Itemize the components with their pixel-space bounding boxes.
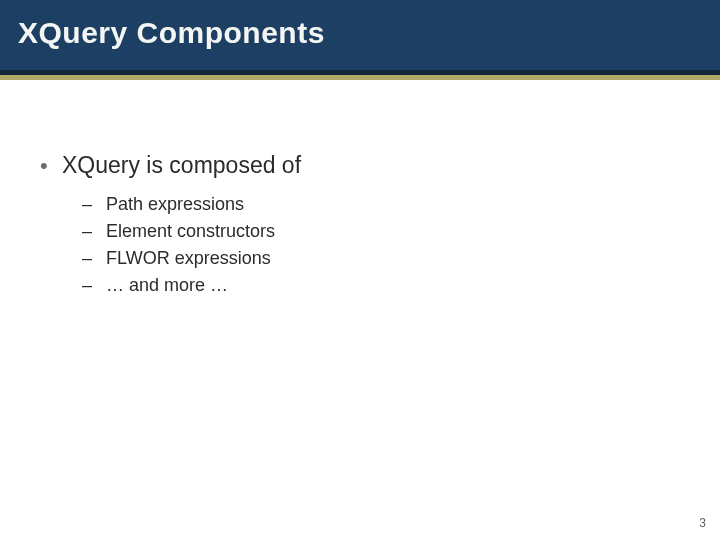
list-item: – Path expressions (82, 191, 301, 218)
dash-icon: – (82, 272, 106, 299)
dash-icon: – (82, 245, 106, 272)
bullet-marker: • (40, 151, 62, 181)
dash-icon: – (82, 191, 106, 218)
title-underline-olive (0, 75, 720, 80)
slide-title: XQuery Components (18, 16, 325, 50)
dash-icon: – (82, 218, 106, 245)
page-number: 3 (699, 516, 706, 530)
list-item: – Element constructors (82, 218, 301, 245)
sub-item-text: Element constructors (106, 218, 275, 245)
sub-item-text: … and more … (106, 272, 228, 299)
sub-list: – Path expressions – Element constructor… (40, 191, 301, 299)
bullet-text: XQuery is composed of (62, 150, 301, 181)
sub-item-text: Path expressions (106, 191, 244, 218)
list-item: – … and more … (82, 272, 301, 299)
slide-content: • XQuery is composed of – Path expressio… (40, 150, 301, 299)
list-item: – FLWOR expressions (82, 245, 301, 272)
bullet-row: • XQuery is composed of (40, 150, 301, 181)
sub-item-text: FLWOR expressions (106, 245, 271, 272)
